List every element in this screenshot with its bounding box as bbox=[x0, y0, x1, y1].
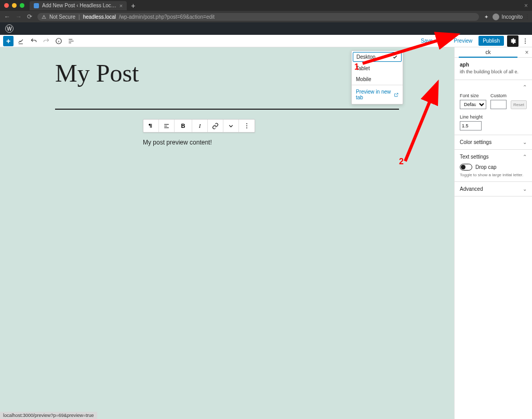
redo-icon bbox=[42, 36, 51, 46]
outline-icon[interactable] bbox=[66, 36, 76, 46]
italic-icon[interactable]: I bbox=[192, 120, 208, 132]
traffic-lights bbox=[4, 3, 24, 8]
preview-desktop-option[interactable]: Desktop bbox=[353, 52, 402, 62]
chevron-down-icon[interactable] bbox=[223, 120, 239, 132]
bold-icon[interactable]: B bbox=[175, 120, 192, 132]
typography-panel: ⌃ Font size Default Custom Reset Line he… bbox=[455, 80, 532, 135]
browser-titlebar: Add New Post ‹ Headless Loc… × + × bbox=[0, 0, 532, 11]
block-tab[interactable]: ck bbox=[455, 47, 522, 57]
tab-favicon-icon bbox=[34, 3, 39, 8]
check-icon bbox=[392, 54, 398, 60]
line-height-input[interactable] bbox=[460, 121, 482, 130]
custom-size-input[interactable] bbox=[490, 100, 507, 109]
settings-sidebar: ck × aph ith the building block of all e… bbox=[454, 47, 532, 419]
block-more-icon[interactable] bbox=[239, 120, 255, 132]
url-bar: ← → ⟳ ⚠ Not Secure | headless.local/wp-a… bbox=[0, 11, 532, 22]
close-icon[interactable] bbox=[4, 3, 9, 8]
browser-menu-icon[interactable] bbox=[527, 14, 528, 19]
tab-close-icon[interactable]: × bbox=[119, 3, 123, 9]
drop-cap-toggle[interactable] bbox=[460, 164, 472, 171]
chevron-up-icon[interactable]: ⌃ bbox=[523, 154, 527, 160]
security-label: Not Secure bbox=[49, 14, 75, 20]
url-host: headless.local bbox=[83, 14, 116, 20]
separator-block[interactable] bbox=[55, 109, 399, 110]
paragraph-type-icon[interactable] bbox=[143, 120, 159, 132]
address-field[interactable]: ⚠ Not Secure | headless.local/wp-admin/p… bbox=[37, 13, 479, 21]
add-block-button[interactable]: + bbox=[3, 36, 14, 46]
editor-header: + Save draft Preview Publish bbox=[0, 35, 532, 47]
text-settings-panel: Text settings⌃ Drop cap Toggle to show a… bbox=[455, 150, 532, 182]
info-icon[interactable] bbox=[54, 36, 63, 46]
close-sidebar-button[interactable]: × bbox=[522, 47, 532, 57]
save-draft-button[interactable]: Save draft bbox=[418, 38, 448, 44]
reset-button[interactable]: Reset bbox=[511, 100, 527, 109]
annotation-label-1: 1 bbox=[354, 62, 359, 72]
paragraph-block[interactable]: My post preview content! bbox=[143, 139, 212, 146]
browser-tab[interactable]: Add New Post ‹ Headless Loc… × bbox=[30, 1, 127, 10]
font-size-select[interactable]: Default bbox=[460, 100, 486, 109]
reload-icon[interactable]: ⟳ bbox=[27, 13, 32, 20]
settings-button[interactable] bbox=[507, 35, 518, 47]
publish-button[interactable]: Publish bbox=[478, 36, 504, 46]
advanced-panel[interactable]: Advanced⌄ bbox=[455, 182, 532, 197]
extensions-icon[interactable]: ✦ bbox=[484, 14, 488, 20]
forward-icon: → bbox=[16, 13, 22, 20]
more-menu-button[interactable] bbox=[522, 38, 529, 44]
editor-canvas[interactable]: My Post B I My post preview content! Des… bbox=[0, 47, 454, 419]
undo-icon[interactable] bbox=[29, 36, 38, 46]
link-icon[interactable] bbox=[208, 120, 223, 132]
preview-dropdown: Desktop Tablet Mobile Preview in new tab bbox=[351, 50, 403, 104]
tab-title: Add New Post ‹ Headless Loc… bbox=[42, 3, 116, 8]
edit-tool-icon[interactable] bbox=[17, 36, 26, 46]
incognito-icon bbox=[493, 14, 499, 20]
chevron-up-icon[interactable]: ⌃ bbox=[523, 84, 527, 90]
color-settings-panel[interactable]: Color settings⌄ bbox=[455, 135, 532, 150]
preview-button[interactable]: Preview bbox=[451, 38, 476, 44]
incognito-badge[interactable]: Incognito bbox=[493, 14, 523, 20]
back-icon[interactable]: ← bbox=[4, 13, 10, 20]
maximize-icon[interactable] bbox=[20, 3, 24, 8]
new-tab-button[interactable]: + bbox=[131, 2, 135, 10]
wp-admin-bar: W bbox=[0, 22, 532, 35]
external-link-icon bbox=[394, 92, 399, 98]
preview-mobile-option[interactable]: Mobile bbox=[352, 74, 403, 85]
preview-new-tab-link[interactable]: Preview in new tab bbox=[352, 85, 403, 104]
url-path: /wp-admin/post.php?post=69&action=edit bbox=[119, 14, 215, 20]
minimize-icon[interactable] bbox=[12, 3, 17, 8]
block-info-panel: aph ith the building block of all e. bbox=[455, 58, 532, 80]
window-close-icon[interactable]: × bbox=[524, 2, 528, 9]
wordpress-logo-icon[interactable]: W bbox=[5, 24, 14, 33]
align-icon[interactable] bbox=[159, 120, 175, 132]
chevron-down-icon: ⌄ bbox=[523, 186, 527, 192]
post-title[interactable]: My Post bbox=[55, 59, 139, 87]
preview-tablet-option[interactable]: Tablet bbox=[352, 63, 403, 74]
block-toolbar: B I bbox=[143, 119, 255, 133]
status-bar: localhost:3000/preview?p=69&preview=true bbox=[0, 412, 97, 419]
insecure-icon: ⚠ bbox=[42, 14, 46, 20]
chevron-down-icon: ⌄ bbox=[523, 139, 527, 145]
annotation-label-2: 2 bbox=[399, 157, 404, 166]
